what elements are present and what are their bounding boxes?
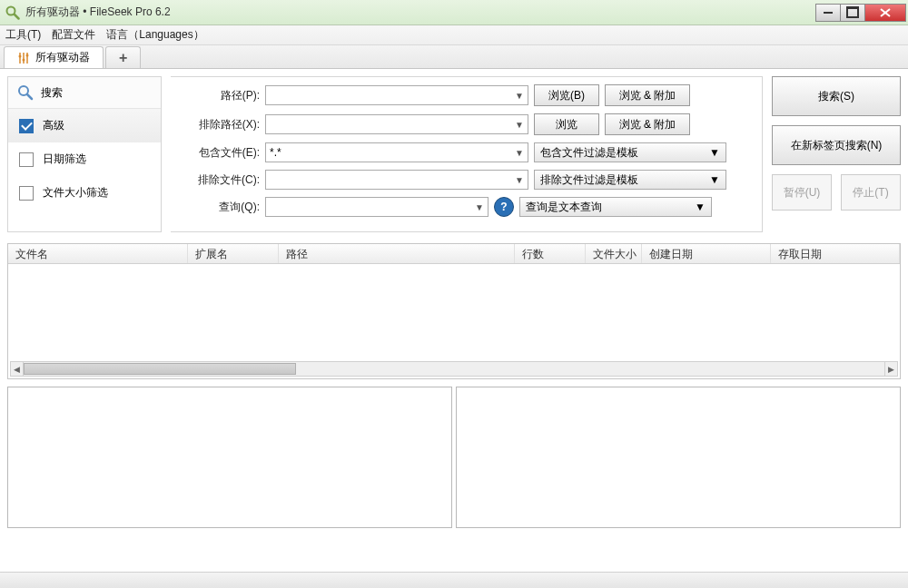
query-label: 查询(Q): <box>189 200 260 215</box>
chevron-down-icon: ▼ <box>695 201 706 213</box>
col-created[interactable]: 创建日期 <box>642 244 771 263</box>
col-accessed[interactable]: 存取日期 <box>771 244 900 263</box>
nav-header-search: 搜索 <box>8 77 161 109</box>
nav-item-date-filter[interactable]: 日期筛选 <box>8 142 161 176</box>
col-path[interactable]: 路径 <box>279 244 515 263</box>
new-tab-button[interactable]: + <box>105 46 141 68</box>
exclude-template-select[interactable]: 排除文件过滤是模板▼ <box>534 170 726 190</box>
browse-path-button[interactable]: 浏览(B) <box>534 84 599 106</box>
path-input[interactable]: ▼ <box>265 85 528 105</box>
search-button[interactable]: 搜索(S) <box>772 76 901 116</box>
svg-line-11 <box>27 94 32 99</box>
work-area: 搜索 高级 日期筛选 文件大小筛选 路径(P): ▼ 浏览(B) 浏览 & 附加 <box>0 69 908 535</box>
chevron-down-icon: ▼ <box>515 120 524 130</box>
checkbox-icon <box>19 152 34 167</box>
minimize-button[interactable] <box>815 4 841 22</box>
include-template-select[interactable]: 包含文件过滤是模板▼ <box>534 142 726 162</box>
search-form: 路径(P): ▼ 浏览(B) 浏览 & 附加 排除路径(X): ▼ 浏览 浏览 … <box>171 76 763 232</box>
include-files-value: *.* <box>270 146 281 159</box>
query-input[interactable]: ▼ <box>265 197 489 217</box>
chevron-down-icon: ▼ <box>515 91 524 101</box>
close-button[interactable] <box>864 4 906 22</box>
svg-point-7 <box>19 54 22 57</box>
tab-all-drives[interactable]: 所有驱动器 <box>4 46 104 68</box>
checkbox-icon <box>19 119 34 133</box>
chevron-down-icon: ▼ <box>709 146 720 159</box>
exclude-files-input[interactable]: ▼ <box>265 170 528 190</box>
window-title: 所有驱动器 • FileSeek Pro 6.2 <box>25 5 816 20</box>
scroll-left-icon[interactable]: ◀ <box>11 362 24 376</box>
browse-append-path-button[interactable]: 浏览 & 附加 <box>605 84 690 106</box>
stop-button[interactable]: 停止(T) <box>841 174 901 211</box>
include-files-input[interactable]: *.*▼ <box>265 142 528 162</box>
col-size[interactable]: 文件大小 <box>586 244 642 263</box>
side-nav: 搜索 高级 日期筛选 文件大小筛选 <box>7 76 162 232</box>
chevron-down-icon: ▼ <box>709 173 720 186</box>
col-ext[interactable]: 扩展名 <box>188 244 279 263</box>
app-icon <box>5 5 20 20</box>
search-new-tab-button[interactable]: 在新标签页搜索(N) <box>772 125 901 165</box>
scroll-right-icon[interactable]: ▶ <box>884 362 897 376</box>
svg-point-9 <box>26 54 29 56</box>
sliders-icon <box>17 52 30 64</box>
menu-profiles[interactable]: 配置文件 <box>52 27 95 43</box>
browse-exclude-path-button[interactable]: 浏览 <box>534 113 599 135</box>
query-mode-value: 查询是文本查询 <box>526 200 602 215</box>
menu-tools[interactable]: 工具(T) <box>5 27 41 43</box>
nav-item-label: 日期筛选 <box>43 152 86 167</box>
svg-point-8 <box>23 58 25 61</box>
exclude-path-label: 排除路径(X): <box>189 117 260 132</box>
svg-line-1 <box>15 15 19 19</box>
preview-pane-left[interactable] <box>7 387 452 528</box>
exclude-files-label: 排除文件(C): <box>189 172 260 188</box>
nav-item-label: 高级 <box>43 118 64 133</box>
chevron-down-icon: ▼ <box>515 175 524 185</box>
checkbox-icon <box>19 186 34 201</box>
pause-button[interactable]: 暂停(U) <box>772 174 832 211</box>
nav-item-size-filter[interactable]: 文件大小筛选 <box>8 176 161 210</box>
title-bar: 所有驱动器 • FileSeek Pro 6.2 <box>0 0 908 25</box>
nav-item-advanced[interactable]: 高级 <box>8 109 161 142</box>
menu-languages[interactable]: 语言（Languages） <box>106 27 203 43</box>
include-template-value: 包含文件过滤是模板 <box>540 145 638 161</box>
horizontal-scrollbar[interactable]: ◀ ▶ <box>10 361 898 377</box>
window-controls <box>816 4 906 22</box>
scroll-thumb[interactable] <box>24 363 296 375</box>
path-label: 路径(P): <box>189 88 260 103</box>
preview-row <box>7 387 901 528</box>
preview-pane-right[interactable] <box>456 387 901 528</box>
column-headers: 文件名 扩展名 路径 行数 文件大小 创建日期 存取日期 <box>8 244 900 264</box>
status-bar <box>0 572 908 588</box>
action-panel: 搜索(S) 在新标签页搜索(N) 暂停(U) 停止(T) <box>772 76 901 232</box>
maximize-button[interactable] <box>840 4 865 22</box>
exclude-path-input[interactable]: ▼ <box>265 114 528 134</box>
nav-item-label: 文件大小筛选 <box>43 185 108 201</box>
query-mode-select[interactable]: 查询是文本查询▼ <box>519 197 712 217</box>
menu-bar: 工具(T) 配置文件 语言（Languages） <box>0 25 908 45</box>
tab-label: 所有驱动器 <box>35 50 90 65</box>
search-icon <box>17 84 34 101</box>
results-grid[interactable]: 文件名 扩展名 路径 行数 文件大小 创建日期 存取日期 ◀ ▶ <box>7 243 901 379</box>
chevron-down-icon: ▼ <box>475 202 484 212</box>
browse-append-exclude-path-button[interactable]: 浏览 & 附加 <box>605 113 690 135</box>
nav-header-label: 搜索 <box>41 85 63 101</box>
col-lines[interactable]: 行数 <box>515 244 586 263</box>
col-filename[interactable]: 文件名 <box>8 244 188 263</box>
exclude-template-value: 排除文件过滤是模板 <box>540 172 638 188</box>
query-help-button[interactable]: ? <box>494 197 514 217</box>
tab-strip: 所有驱动器 + <box>0 45 908 69</box>
include-files-label: 包含文件(E): <box>189 145 260 161</box>
chevron-down-icon: ▼ <box>515 148 524 158</box>
